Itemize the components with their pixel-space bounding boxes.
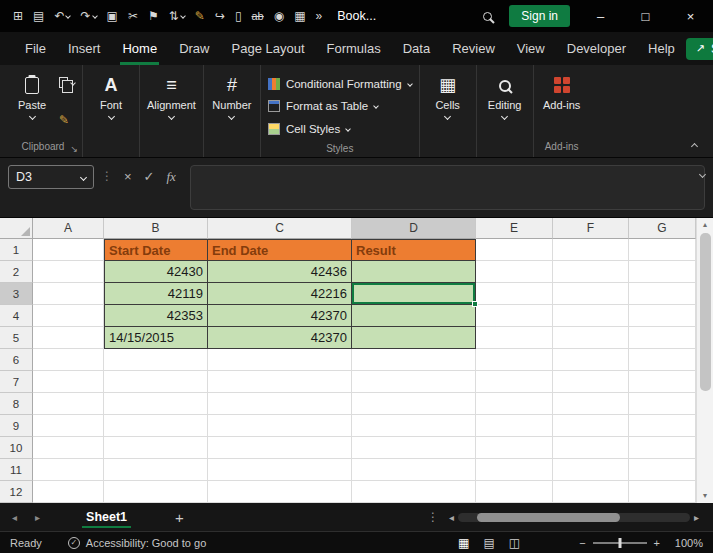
name-box-resizer[interactable]: ⋮ — [101, 169, 113, 183]
share-button[interactable]: ↗ Share — [686, 38, 713, 60]
cell-B6[interactable] — [104, 349, 208, 371]
column-header-E[interactable]: E — [476, 218, 553, 239]
cell-A10[interactable] — [33, 437, 104, 459]
cell-A7[interactable] — [33, 371, 104, 393]
cell-E3[interactable] — [476, 283, 553, 305]
cell-B9[interactable] — [104, 415, 208, 437]
row-header-11[interactable]: 11 — [0, 459, 33, 481]
cell-C12[interactable] — [208, 481, 352, 503]
cell-D8[interactable] — [352, 393, 476, 415]
cell-D12[interactable] — [352, 481, 476, 503]
menu-tab-home[interactable]: Home — [111, 32, 168, 65]
cell-F6[interactable] — [553, 349, 629, 371]
cell-E11[interactable] — [476, 459, 553, 481]
paste-button[interactable]: Paste — [11, 69, 53, 119]
cell-G5[interactable] — [629, 327, 696, 349]
collapse-ribbon-icon[interactable] — [691, 143, 698, 150]
scroll-up-icon[interactable]: ▴ — [703, 221, 707, 229]
cell-E4[interactable] — [476, 305, 553, 327]
scroll-right-icon[interactable]: ▸ — [694, 512, 699, 523]
redo-action-icon[interactable]: ↪ — [210, 9, 230, 23]
cell-A1[interactable] — [33, 239, 104, 261]
cell-B7[interactable] — [104, 371, 208, 393]
cell-C3[interactable]: 42216 — [208, 283, 352, 305]
cell-F11[interactable] — [553, 459, 629, 481]
select-all-button[interactable] — [0, 218, 33, 239]
cell-F1[interactable] — [553, 239, 629, 261]
cell-styles-button[interactable]: Cell Styles — [268, 118, 412, 139]
table-grid-icon[interactable]: ▦ — [289, 9, 310, 23]
cell-B11[interactable] — [104, 459, 208, 481]
vertical-scrollbar-thumb[interactable] — [700, 233, 711, 391]
sort-icon[interactable]: ⇅ — [164, 9, 190, 23]
cell-C10[interactable] — [208, 437, 352, 459]
cell-A9[interactable] — [33, 415, 104, 437]
undo-icon[interactable]: ↶ — [49, 9, 75, 23]
cell-A5[interactable] — [33, 327, 104, 349]
cell-F10[interactable] — [553, 437, 629, 459]
cell-D10[interactable] — [352, 437, 476, 459]
cell-B4[interactable]: 42353 — [104, 305, 208, 327]
cell-G9[interactable] — [629, 415, 696, 437]
cell-C1[interactable]: End Date — [208, 239, 352, 261]
cell-A11[interactable] — [33, 459, 104, 481]
save-icon[interactable]: ▤ — [28, 9, 49, 23]
copy-button[interactable] — [59, 77, 75, 88]
horizontal-scrollbar-track[interactable] — [458, 513, 690, 522]
menu-tab-help[interactable]: Help — [637, 32, 686, 65]
cell-G10[interactable] — [629, 437, 696, 459]
cell-E6[interactable] — [476, 349, 553, 371]
cell-F12[interactable] — [553, 481, 629, 503]
enter-button[interactable]: ✓ — [144, 169, 155, 184]
cell-B3[interactable]: 42119 — [104, 283, 208, 305]
menu-tab-view[interactable]: View — [506, 32, 556, 65]
cell-C7[interactable] — [208, 371, 352, 393]
view-normal-button[interactable]: ▦ — [458, 536, 469, 550]
column-header-C[interactable]: C — [208, 218, 352, 239]
column-header-B[interactable]: B — [104, 218, 208, 239]
cell-G2[interactable] — [629, 261, 696, 283]
cell-D3[interactable] — [352, 283, 476, 305]
cell-C6[interactable] — [208, 349, 352, 371]
column-header-D[interactable]: D — [352, 218, 476, 239]
cell-C8[interactable] — [208, 393, 352, 415]
menu-tab-developer[interactable]: Developer — [556, 32, 637, 65]
sheet-tab-sheet1[interactable]: Sheet1 — [74, 503, 139, 531]
row-header-7[interactable]: 7 — [0, 371, 33, 393]
new-file-icon[interactable]: ▯ — [230, 9, 247, 23]
cut-icon[interactable]: ✂ — [123, 9, 143, 23]
menu-tab-draw[interactable]: Draw — [168, 32, 220, 65]
row-header-9[interactable]: 9 — [0, 415, 33, 437]
zoom-slider[interactable] — [593, 542, 647, 544]
cell-B1[interactable]: Start Date — [104, 239, 208, 261]
cell-B12[interactable] — [104, 481, 208, 503]
sign-in-button[interactable]: Sign in — [509, 5, 570, 27]
cell-G11[interactable] — [629, 459, 696, 481]
alignment-button[interactable]: ≡ Alignment — [147, 69, 196, 119]
cell-D7[interactable] — [352, 371, 476, 393]
qat-overflow-icon[interactable]: » — [311, 9, 328, 23]
cell-C5[interactable]: 42370 — [208, 327, 352, 349]
editing-button[interactable]: Editing — [484, 69, 526, 119]
column-header-G[interactable]: G — [629, 218, 696, 239]
clipboard-dialog-launcher-icon[interactable]: ↘ — [70, 144, 78, 154]
cell-E8[interactable] — [476, 393, 553, 415]
cell-E1[interactable] — [476, 239, 553, 261]
cell-D6[interactable] — [352, 349, 476, 371]
new-sheet-button[interactable]: + — [175, 509, 184, 526]
scroll-left-icon[interactable]: ◂ — [449, 512, 454, 523]
cell-D11[interactable] — [352, 459, 476, 481]
zoom-in-button[interactable]: + — [654, 537, 660, 549]
camera-icon[interactable]: ◉ — [269, 9, 289, 23]
cell-D5[interactable] — [352, 327, 476, 349]
conditional-formatting-button[interactable]: Conditional Formatting — [268, 73, 412, 94]
cell-D1[interactable]: Result — [352, 239, 476, 261]
fill-handle[interactable] — [472, 301, 478, 307]
row-header-10[interactable]: 10 — [0, 437, 33, 459]
paste-special-icon[interactable]: ▣ — [102, 9, 123, 23]
close-button[interactable]: × — [668, 0, 713, 32]
row-header-5[interactable]: 5 — [0, 327, 33, 349]
menu-tab-page-layout[interactable]: Page Layout — [221, 32, 316, 65]
horizontal-scrollbar[interactable]: ◂ ▸ — [449, 512, 699, 523]
zoom-slider-thumb[interactable] — [618, 538, 621, 548]
